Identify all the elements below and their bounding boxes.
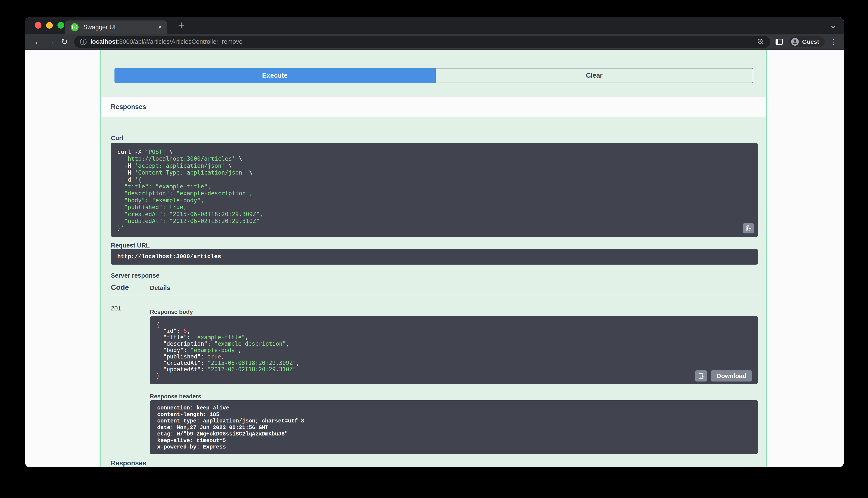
site-info-icon[interactable] (80, 38, 87, 45)
copy-to-clipboard-icon (745, 225, 752, 232)
code-line: "description": "example-description", (117, 190, 751, 197)
code-line: content-type: application/json; charset=… (157, 418, 751, 424)
traffic-lights (35, 22, 64, 29)
code-line: -H 'Content-Type: application/json' \ (117, 169, 751, 176)
browser-window: {-} Swagger UI × + ⌄ ← → ↻ localhost:300… (25, 17, 844, 467)
code-line: }' (117, 224, 751, 231)
profile-name: Guest (802, 38, 819, 45)
zoom-page-icon[interactable] (757, 38, 765, 45)
copy-curl-button[interactable] (743, 223, 754, 233)
request-url-label: Request URL (111, 242, 150, 249)
url-path: :3000/api/#/articles/ArticlesController_… (117, 38, 242, 45)
forward-icon[interactable]: → (44, 37, 58, 46)
code-line: { (156, 321, 751, 328)
code-line: "description": "example-description", (156, 341, 751, 347)
screen: {-} Swagger UI × + ⌄ ← → ↻ localhost:300… (0, 0, 868, 498)
reload-icon[interactable]: ↻ (58, 37, 71, 46)
tab-swagger-ui[interactable]: {-} Swagger UI × (65, 21, 167, 34)
response-body-controls: Download (695, 370, 752, 381)
server-response-label: Server response (111, 272, 159, 279)
code-line: date: Mon,27 Jun 2022 00:21:56 GMT (157, 424, 751, 431)
tab-close-icon[interactable]: × (158, 24, 162, 31)
browser-menu-icon[interactable]: ⋮ (830, 38, 838, 45)
new-tab-button[interactable]: + (175, 19, 188, 32)
code-line: connection: keep-alive (157, 405, 751, 411)
execute-row: Execute Clear (114, 68, 753, 83)
copy-response-button[interactable] (695, 370, 707, 381)
profile-chip[interactable]: Guest (789, 36, 825, 47)
code-line: -H 'accept: application/json' \ (117, 162, 751, 169)
zoom-window-button[interactable] (58, 22, 64, 29)
response-body-block: { "id": 5, "title": "example-title", "de… (150, 316, 758, 384)
swagger-page: Execute Clear Responses Curl curl -X 'PO… (25, 50, 844, 467)
status-code: 201 (111, 305, 121, 312)
download-button[interactable]: Download (711, 370, 752, 381)
responses-footer-title: Responses (111, 459, 146, 467)
minimize-window-button[interactable] (46, 22, 53, 29)
code-line: x-powered-by: Express (157, 444, 751, 451)
curl-code-block: curl -X 'POST' \ 'http://localhost:3000/… (111, 143, 758, 237)
avatar (791, 38, 799, 46)
code-column-header: Code (111, 283, 129, 291)
code-line: content-length: 185 (157, 411, 751, 418)
address-bar[interactable]: localhost:3000/api/#/articles/ArticlesCo… (74, 36, 770, 48)
curl-label: Curl (111, 135, 123, 142)
response-headers-label: Response headers (150, 393, 201, 400)
browser-toolbar: ← → ↻ localhost:3000/api/#/articles/Arti… (25, 34, 844, 50)
details-column-header: Details (150, 285, 170, 291)
url-text: localhost:3000/api/#/articles/ArticlesCo… (90, 38, 242, 45)
responses-title: Responses (111, 103, 146, 111)
copy-to-clipboard-icon (698, 372, 705, 380)
tab-title: Swagger UI (83, 24, 116, 31)
tab-strip: {-} Swagger UI × + ⌄ (25, 17, 844, 34)
code-line: 'http://localhost:3000/articles' \ (117, 155, 751, 162)
back-icon[interactable]: ← (31, 37, 44, 46)
code-line: "title": "example-title", (117, 183, 751, 190)
close-window-button[interactable] (35, 22, 41, 29)
code-line: -d '{ (117, 176, 751, 183)
tab-list-chevron-icon[interactable]: ⌄ (829, 20, 837, 30)
code-line: "published": true, (117, 204, 751, 211)
code-line: "updatedAt": "2012-06-02T18:20:29.310Z" (117, 218, 751, 224)
request-url-value: http://localhost:3000/articles (111, 249, 758, 265)
code-line: keep-alive: timeout=5 (157, 437, 751, 444)
code-line: "createdAt": "2015-06-08T18:20:29.309Z", (156, 360, 751, 366)
code-line: "updatedAt": "2012-06-02T18:20:29.310Z" (156, 366, 751, 372)
response-body-label: Response body (150, 309, 193, 315)
code-line: curl -X 'POST' \ (117, 148, 751, 155)
clear-button[interactable]: Clear (435, 68, 753, 83)
code-line: "published": true, (156, 353, 751, 360)
responses-section-header: Responses (101, 96, 766, 117)
response-headers-block: connection: keep-alivecontent-length: 18… (150, 400, 758, 454)
toolbar-right: Guest ⋮ (775, 36, 838, 47)
swagger-favicon-icon: {-} (71, 23, 79, 31)
code-line: "body": "example-body", (156, 347, 751, 353)
code-line: } (156, 372, 751, 379)
execute-button[interactable]: Execute (114, 68, 435, 83)
code-line: "createdAt": "2015-06-08T18:20:29.309Z", (117, 211, 751, 218)
side-panel-icon[interactable] (775, 38, 783, 46)
code-line: etag: W/"b9-ZNg+okDO8ssiSC2lqAzxDmKbuJ8" (157, 431, 751, 437)
code-line: "body": "example-body", (117, 197, 751, 204)
url-host: localhost (90, 38, 117, 45)
code-line: "title": "example-title", (156, 334, 751, 341)
opblock-panel: Execute Clear Responses Curl curl -X 'PO… (100, 50, 767, 467)
code-line: "id": 5, (156, 328, 751, 334)
